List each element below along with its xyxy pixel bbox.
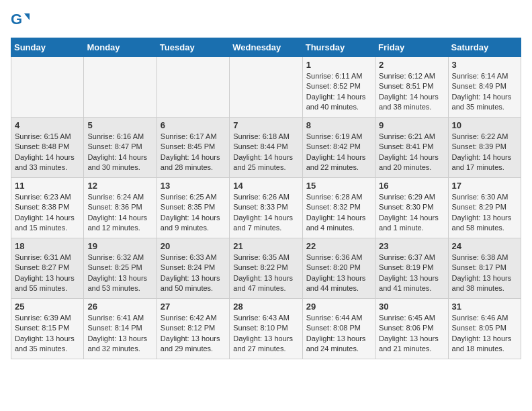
day-info: Sunrise: 6:18 AM Sunset: 8:44 PM Dayligh… [233,132,298,173]
day-info: Sunrise: 6:36 AM Sunset: 8:20 PM Dayligh… [306,253,371,294]
day-number: 14 [233,181,298,191]
day-info: Sunrise: 6:30 AM Sunset: 8:29 PM Dayligh… [452,192,517,234]
calendar-table: SundayMondayTuesdayWednesdayThursdayFrid… [11,38,521,359]
weekday-header-wednesday: Wednesday [230,38,302,57]
day-number: 11 [15,181,80,191]
day-cell-9: 9Sunrise: 6:21 AM Sunset: 8:41 PM Daylig… [375,118,448,178]
day-info: Sunrise: 6:25 AM Sunset: 8:35 PM Dayligh… [161,192,226,234]
day-number: 17 [452,181,517,191]
weekday-header-thursday: Thursday [302,38,375,57]
day-info: Sunrise: 6:26 AM Sunset: 8:33 PM Dayligh… [233,192,298,234]
day-number: 4 [15,120,80,130]
day-number: 15 [306,181,371,191]
day-info: Sunrise: 6:24 AM Sunset: 8:36 PM Dayligh… [87,192,152,234]
day-info: Sunrise: 6:45 AM Sunset: 8:06 PM Dayligh… [379,313,444,355]
day-number: 23 [379,241,444,251]
day-cell-27: 27Sunrise: 6:42 AM Sunset: 8:12 PM Dayli… [157,299,229,359]
day-number: 28 [233,302,298,312]
day-cell-31: 31Sunrise: 6:46 AM Sunset: 8:05 PM Dayli… [448,299,521,359]
weekday-header-friday: Friday [375,38,448,57]
day-cell-8: 8Sunrise: 6:19 AM Sunset: 8:42 PM Daylig… [302,118,375,178]
day-cell-1: 1Sunrise: 6:11 AM Sunset: 8:52 PM Daylig… [302,57,375,118]
week-row-2: 4Sunrise: 6:15 AM Sunset: 8:48 PM Daylig… [11,118,521,178]
day-info: Sunrise: 6:19 AM Sunset: 8:42 PM Dayligh… [306,132,371,173]
day-info: Sunrise: 6:17 AM Sunset: 8:45 PM Dayligh… [161,132,226,173]
day-cell-11: 11Sunrise: 6:23 AM Sunset: 8:38 PM Dayli… [11,178,84,238]
day-number: 1 [306,60,371,70]
empty-cell [230,57,302,118]
day-info: Sunrise: 6:23 AM Sunset: 8:38 PM Dayligh… [15,192,80,234]
day-info: Sunrise: 6:12 AM Sunset: 8:51 PM Dayligh… [379,71,444,113]
day-number: 3 [452,60,517,70]
day-info: Sunrise: 6:22 AM Sunset: 8:39 PM Dayligh… [452,132,517,173]
day-info: Sunrise: 6:11 AM Sunset: 8:52 PM Dayligh… [306,71,371,113]
day-cell-15: 15Sunrise: 6:28 AM Sunset: 8:32 PM Dayli… [302,178,375,238]
day-info: Sunrise: 6:28 AM Sunset: 8:32 PM Dayligh… [306,192,371,234]
day-number: 12 [87,181,152,191]
day-cell-4: 4Sunrise: 6:15 AM Sunset: 8:48 PM Daylig… [11,118,84,178]
day-info: Sunrise: 6:41 AM Sunset: 8:14 PM Dayligh… [87,313,152,355]
day-number: 6 [161,120,226,130]
day-number: 26 [87,302,152,312]
weekday-header-saturday: Saturday [448,38,521,57]
day-cell-29: 29Sunrise: 6:44 AM Sunset: 8:08 PM Dayli… [302,299,375,359]
day-number: 9 [379,120,444,130]
day-cell-30: 30Sunrise: 6:45 AM Sunset: 8:06 PM Dayli… [375,299,448,359]
day-info: Sunrise: 6:16 AM Sunset: 8:47 PM Dayligh… [87,132,152,173]
day-info: Sunrise: 6:32 AM Sunset: 8:25 PM Dayligh… [87,253,152,294]
day-number: 8 [306,120,371,130]
day-cell-3: 3Sunrise: 6:14 AM Sunset: 8:49 PM Daylig… [448,57,521,118]
day-info: Sunrise: 6:42 AM Sunset: 8:12 PM Dayligh… [161,313,226,355]
day-cell-10: 10Sunrise: 6:22 AM Sunset: 8:39 PM Dayli… [448,118,521,178]
day-cell-20: 20Sunrise: 6:33 AM Sunset: 8:24 PM Dayli… [157,238,229,299]
day-info: Sunrise: 6:31 AM Sunset: 8:27 PM Dayligh… [15,253,80,294]
day-info: Sunrise: 6:43 AM Sunset: 8:10 PM Dayligh… [233,313,298,355]
day-info: Sunrise: 6:39 AM Sunset: 8:15 PM Dayligh… [15,313,80,355]
day-info: Sunrise: 6:33 AM Sunset: 8:24 PM Dayligh… [161,253,226,294]
day-number: 22 [306,241,371,251]
day-number: 16 [379,181,444,191]
day-info: Sunrise: 6:21 AM Sunset: 8:41 PM Dayligh… [379,132,444,173]
day-cell-22: 22Sunrise: 6:36 AM Sunset: 8:20 PM Dayli… [302,238,375,299]
day-number: 30 [379,302,444,312]
weekday-header-sunday: Sunday [11,38,84,57]
day-number: 13 [161,181,226,191]
day-number: 21 [233,241,298,251]
day-cell-5: 5Sunrise: 6:16 AM Sunset: 8:47 PM Daylig… [84,118,157,178]
day-number: 25 [15,302,80,312]
day-number: 24 [452,241,517,251]
day-info: Sunrise: 6:14 AM Sunset: 8:49 PM Dayligh… [452,71,517,113]
week-row-4: 18Sunrise: 6:31 AM Sunset: 8:27 PM Dayli… [11,238,521,299]
day-info: Sunrise: 6:46 AM Sunset: 8:05 PM Dayligh… [452,313,517,355]
day-cell-24: 24Sunrise: 6:38 AM Sunset: 8:17 PM Dayli… [448,238,521,299]
day-info: Sunrise: 6:44 AM Sunset: 8:08 PM Dayligh… [306,313,371,355]
week-row-1: 1Sunrise: 6:11 AM Sunset: 8:52 PM Daylig… [11,57,521,118]
day-cell-14: 14Sunrise: 6:26 AM Sunset: 8:33 PM Dayli… [230,178,302,238]
day-cell-2: 2Sunrise: 6:12 AM Sunset: 8:51 PM Daylig… [375,57,448,118]
day-number: 5 [87,120,152,130]
day-cell-12: 12Sunrise: 6:24 AM Sunset: 8:36 PM Dayli… [84,178,157,238]
header: G [11,11,521,30]
day-cell-7: 7Sunrise: 6:18 AM Sunset: 8:44 PM Daylig… [230,118,302,178]
week-row-5: 25Sunrise: 6:39 AM Sunset: 8:15 PM Dayli… [11,299,521,359]
day-cell-21: 21Sunrise: 6:35 AM Sunset: 8:22 PM Dayli… [230,238,302,299]
day-info: Sunrise: 6:29 AM Sunset: 8:30 PM Dayligh… [379,192,444,234]
day-cell-6: 6Sunrise: 6:17 AM Sunset: 8:45 PM Daylig… [157,118,229,178]
day-cell-13: 13Sunrise: 6:25 AM Sunset: 8:35 PM Dayli… [157,178,229,238]
day-info: Sunrise: 6:35 AM Sunset: 8:22 PM Dayligh… [233,253,298,294]
day-number: 29 [306,302,371,312]
day-number: 10 [452,120,517,130]
day-number: 2 [379,60,444,70]
day-cell-19: 19Sunrise: 6:32 AM Sunset: 8:25 PM Dayli… [84,238,157,299]
day-cell-25: 25Sunrise: 6:39 AM Sunset: 8:15 PM Dayli… [11,299,84,359]
logo-icon: G [11,11,30,30]
svg-marker-1 [24,13,30,20]
week-row-3: 11Sunrise: 6:23 AM Sunset: 8:38 PM Dayli… [11,178,521,238]
day-cell-28: 28Sunrise: 6:43 AM Sunset: 8:10 PM Dayli… [230,299,302,359]
day-info: Sunrise: 6:37 AM Sunset: 8:19 PM Dayligh… [379,253,444,294]
day-cell-17: 17Sunrise: 6:30 AM Sunset: 8:29 PM Dayli… [448,178,521,238]
day-number: 31 [452,302,517,312]
weekday-header-row: SundayMondayTuesdayWednesdayThursdayFrid… [11,38,521,57]
empty-cell [157,57,229,118]
weekday-header-tuesday: Tuesday [157,38,229,57]
